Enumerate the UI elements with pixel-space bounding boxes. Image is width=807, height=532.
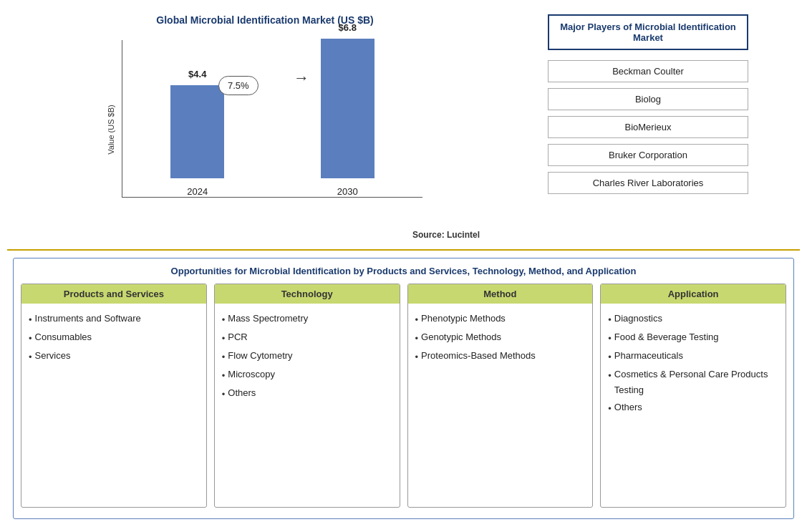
- cagr-arrow: →: [294, 69, 309, 87]
- col-body-technology: • Mass Spectrometry • PCR • Flow Cytomet…: [215, 304, 400, 411]
- item-label: Food & Beverage Testing: [614, 329, 719, 345]
- list-item: • Flow Cytometry: [222, 348, 392, 365]
- y-axis-label: Value (US $B): [107, 105, 115, 155]
- bar-group-2030: $6.8 2030: [321, 22, 374, 197]
- player-biomerieux: BioMerieux: [548, 116, 748, 138]
- list-item: • Microscopy: [222, 367, 392, 384]
- item-label: Others: [614, 400, 642, 415]
- col-body-application: • Diagnostics • Food & Beverage Testing …: [601, 304, 786, 426]
- col-header-application: Application: [601, 284, 786, 304]
- bullet-dot: •: [415, 331, 419, 347]
- item-label: Instruments and Software: [35, 311, 141, 327]
- bullet-dot: •: [608, 349, 612, 365]
- bullet-dot: •: [608, 312, 612, 328]
- bottom-section: Opportunities for Microbial Identificati…: [7, 251, 800, 525]
- player-bruker: Bruker Corporation: [548, 144, 748, 166]
- bullet-dot: •: [29, 312, 32, 328]
- bar-2030: [321, 39, 374, 178]
- list-item: • Consumables: [29, 329, 199, 347]
- item-label: Mass Spectrometry: [228, 311, 308, 327]
- opportunities-box: Opportunities for Microbial Identificati…: [13, 258, 794, 519]
- bullet-dot: •: [222, 368, 226, 384]
- bullet-dot: •: [29, 331, 32, 347]
- bar-2024: [170, 85, 224, 178]
- col-header-products: Products and Services: [21, 284, 206, 304]
- column-method: Method • Phenotypic Methods • Genotypic …: [407, 284, 594, 508]
- bullet-dot: •: [415, 349, 419, 365]
- item-label: Others: [228, 385, 256, 401]
- players-title: Major Players of Microbial Identificatio…: [548, 14, 748, 50]
- list-item: • PCR: [222, 329, 392, 347]
- bar-value-2024: $4.4: [188, 69, 206, 79]
- source-text: Source: Lucintel: [412, 230, 480, 240]
- list-item: • Others: [222, 385, 392, 402]
- list-item: • Food & Beverage Testing: [608, 329, 778, 347]
- bullet-dot: •: [29, 349, 32, 365]
- bar-year-2030: 2030: [337, 186, 358, 197]
- item-label: Genotypic Methods: [421, 329, 501, 345]
- bullet-dot: •: [222, 349, 226, 365]
- cagr-value: 7.5%: [228, 80, 249, 91]
- item-label: Pharmaceuticals: [614, 348, 683, 364]
- list-item: • Mass Spectrometry: [222, 311, 392, 328]
- opportunities-title: Opportunities for Microbial Identificati…: [21, 266, 786, 276]
- col-header-method: Method: [408, 284, 593, 304]
- list-item: • Phenotypic Methods: [415, 311, 586, 328]
- chart-bars: $4.4 2024 $6.8 2030: [122, 40, 422, 198]
- bullet-dot: •: [608, 401, 612, 417]
- bar-group-2024: $4.4 2024: [170, 69, 224, 197]
- item-label: Consumables: [35, 329, 92, 345]
- list-item: • Services: [29, 348, 199, 365]
- players-section: Major Players of Microbial Identificatio…: [523, 7, 773, 249]
- bullet-dot: •: [222, 331, 226, 347]
- bullet-dot: •: [222, 312, 226, 328]
- list-item: • Diagnostics: [608, 311, 778, 328]
- item-label: PCR: [228, 329, 247, 345]
- columns-row: Products and Services • Instruments and …: [21, 284, 786, 508]
- col-header-technology: Technology: [215, 284, 400, 304]
- column-technology: Technology • Mass Spectrometry • PCR • F: [214, 284, 400, 508]
- item-label: Proteomics-Based Methods: [421, 348, 536, 364]
- item-label: Diagnostics: [614, 311, 662, 327]
- bullet-dot: •: [608, 368, 612, 384]
- list-item: • Instruments and Software: [29, 311, 199, 328]
- bullet-dot: •: [415, 312, 419, 328]
- player-beckman: Beckman Coulter: [548, 60, 748, 82]
- bullet-dot: •: [222, 387, 226, 402]
- item-label: Phenotypic Methods: [421, 311, 506, 327]
- list-item: • Pharmaceuticals: [608, 348, 778, 365]
- list-item: • Proteomics-Based Methods: [415, 348, 586, 365]
- list-item: • Cosmetics & Personal Care Products Tes…: [608, 367, 778, 398]
- list-item: • Others: [608, 400, 778, 417]
- chart-area: Value (US $B) $4.4 2024 $6.8 2030: [93, 33, 437, 226]
- column-application: Application • Diagnostics • Food & Bever…: [600, 284, 786, 508]
- cagr-bubble: 7.5%: [218, 76, 258, 95]
- bullet-dot: •: [608, 331, 612, 347]
- item-label: Flow Cytometry: [228, 348, 292, 364]
- list-item: • Genotypic Methods: [415, 329, 586, 347]
- bar-value-2030: $6.8: [339, 22, 357, 33]
- item-label: Microscopy: [228, 367, 275, 382]
- col-body-method: • Phenotypic Methods • Genotypic Methods…: [408, 304, 593, 374]
- item-label: Cosmetics & Personal Care Products Testi…: [614, 367, 778, 398]
- player-charles: Charles River Laboratories: [548, 172, 748, 194]
- column-products: Products and Services • Instruments and …: [21, 284, 207, 508]
- item-label: Services: [35, 348, 71, 364]
- bar-year-2024: 2024: [187, 186, 208, 197]
- player-biolog: Biolog: [548, 88, 748, 110]
- chart-section: Global Microbial Identification Market (…: [7, 7, 523, 249]
- col-body-products: • Instruments and Software • Consumables…: [21, 304, 206, 374]
